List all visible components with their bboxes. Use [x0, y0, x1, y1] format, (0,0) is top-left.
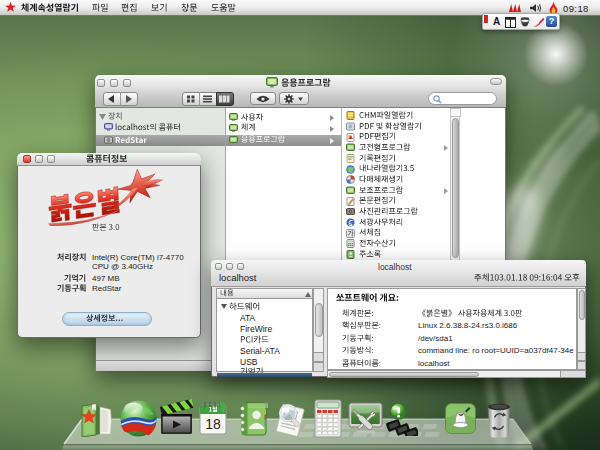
- svg-text:18: 18: [205, 416, 221, 432]
